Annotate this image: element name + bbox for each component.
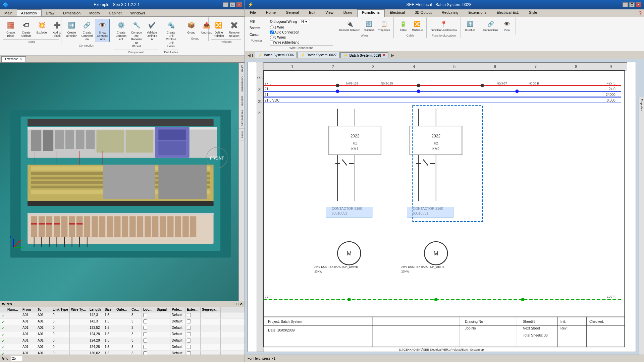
batch-tab-0006[interactable]: ⚡ Batch System: 0006 xyxy=(255,52,297,58)
direction-button[interactable]: ⬆️ Direction xyxy=(464,18,477,33)
tab-home[interactable]: Home xyxy=(261,9,281,17)
tab-cabinet[interactable]: Cabinet xyxy=(105,9,126,16)
numbers-button[interactable]: 🔢 Numbers xyxy=(362,18,376,33)
show-connections-button[interactable]: 👁️ Show Connections xyxy=(95,19,110,42)
tab-assembly[interactable]: Assembly xyxy=(17,9,42,16)
orthogonal-wiring-dropdown[interactable]: N ▼ xyxy=(300,19,310,24)
tab-view[interactable]: View xyxy=(320,9,338,17)
3d-viewport[interactable]: FRONT x y z Winds Components Explorer xyxy=(0,63,245,301)
wire-rubberband-check[interactable] xyxy=(270,41,274,44)
auto-connection-check[interactable] xyxy=(270,31,274,34)
create-drill-button[interactable]: 🔩 Create Drill Contour Drill Holes xyxy=(163,19,179,49)
create-direction-button[interactable]: ➡️ Create Direction xyxy=(64,19,79,39)
create-component-button[interactable]: ⚙️ Create Component xyxy=(114,19,128,42)
tab-extensions[interactable]: Extensions xyxy=(463,9,491,17)
nav-arrow-left[interactable]: ◀ xyxy=(246,53,252,58)
tab-draw[interactable]: Draw xyxy=(338,9,357,17)
wire-connections-group-label: Wire Connections xyxy=(270,45,333,50)
wires-maximize-btn[interactable]: □ xyxy=(236,302,238,306)
create-block-button[interactable]: 🧱 Create Block xyxy=(3,19,18,39)
multicore-button[interactable]: 🔀 Multicore xyxy=(411,18,424,33)
cable-button[interactable]: 🔋 Cable xyxy=(396,18,410,33)
wire-1-option[interactable]: 1 Wire xyxy=(270,25,284,29)
group-button[interactable]: 📦 Group xyxy=(184,19,199,35)
locked-check-7[interactable] xyxy=(143,351,147,355)
batch-tab-0028[interactable]: ⚡ Batch System: 0028 ✕ xyxy=(340,52,389,58)
properties-button[interactable]: 📋 Properties xyxy=(377,18,391,33)
filters-tab[interactable]: Filters xyxy=(239,129,245,140)
schematic-canvas[interactable]: 1 2 3 4 5 6 7 8 9 27.5 21 21 21 xyxy=(248,62,636,352)
tab-general[interactable]: General xyxy=(281,9,304,17)
wires-scroll-area[interactable]: ✓ A01 A01 0 142,3 1,5 3 Default ✓ A01 xyxy=(0,312,245,355)
close-btn-left[interactable]: ✕ xyxy=(236,2,242,7)
external-check-4[interactable] xyxy=(187,332,191,336)
locked-check-4[interactable] xyxy=(143,332,147,336)
tab-style[interactable]: Style xyxy=(524,9,542,17)
locked-check-5[interactable] xyxy=(143,339,147,343)
doc-tab-exemple-close[interactable]: ✕ xyxy=(19,57,22,61)
maximize-btn-left[interactable]: □ xyxy=(230,2,235,7)
locked-check-3[interactable] xyxy=(143,326,147,330)
tab-functions[interactable]: Functions xyxy=(357,9,385,17)
tab-electrical-ext[interactable]: Electrical Ext. xyxy=(491,9,524,17)
nav-arrow-right[interactable]: ▶ xyxy=(390,53,395,58)
view-button[interactable]: 👁️ View xyxy=(500,18,514,33)
bottom-button[interactable]: Bottom xyxy=(248,25,265,31)
auto-connection-option[interactable]: Auto Connection xyxy=(270,31,299,34)
properties-tab-sidebar[interactable]: Properties xyxy=(639,97,644,113)
minimize-btn-right[interactable]: ─ xyxy=(623,2,628,7)
cursor-button[interactable]: Cursor xyxy=(248,32,265,38)
doc-tab-exemple[interactable]: Exemple ✕ xyxy=(1,56,26,62)
connections-button[interactable]: 🔗 Connections xyxy=(482,18,499,33)
remove-relation-button[interactable]: ✖️ Remove Relation xyxy=(227,19,241,39)
winds-tab[interactable]: Winds xyxy=(239,63,245,74)
define-relation-button[interactable]: 🔀 Define Relation xyxy=(211,19,226,39)
validate-definition-button[interactable]: ✔️ Validate Definition xyxy=(145,19,159,42)
tab-redlining[interactable]: RedLining xyxy=(437,9,464,17)
function-location-box-button[interactable]: 📍 Function/Location Box xyxy=(429,18,459,33)
tab-3d-output[interactable]: 3D Output xyxy=(410,9,437,17)
wire-rubberband-option[interactable]: Wire rubberband xyxy=(270,41,299,44)
tab-file[interactable]: File xyxy=(245,9,261,17)
external-check-6[interactable] xyxy=(187,345,191,349)
grid-value-input[interactable] xyxy=(11,356,23,361)
create-attribute-button[interactable]: 🏷 Create Attribute xyxy=(19,19,34,39)
external-check-1[interactable] xyxy=(187,313,191,317)
batch-tab-0028-close[interactable]: ✕ xyxy=(382,53,385,58)
components-tab[interactable]: Components xyxy=(239,74,245,94)
schematic-area[interactable]: Properties 1 2 3 4 5 6 7 8 9 xyxy=(245,59,644,355)
locked-check-2[interactable] xyxy=(143,319,147,323)
potential-top-row: Top xyxy=(248,18,265,24)
restore-btn-right[interactable]: ❐ xyxy=(629,2,635,7)
minimize-btn-left[interactable]: ─ xyxy=(223,2,228,7)
tab-main[interactable]: Main xyxy=(0,9,17,16)
property-card-tab[interactable]: PropertyCard xyxy=(239,108,245,129)
tab-electrical[interactable]: Electrical xyxy=(385,9,410,17)
top-button[interactable]: Top xyxy=(248,18,265,24)
create-connection-button[interactable]: 🔗 Create Connection xyxy=(79,19,94,42)
external-check-2[interactable] xyxy=(187,319,191,323)
locked-check-6[interactable] xyxy=(143,345,147,349)
tab-edit[interactable]: Edit xyxy=(304,9,320,17)
tab-modify[interactable]: Modify xyxy=(85,9,104,16)
explode-button[interactable]: 💥 Explode xyxy=(34,19,49,35)
connect-between-button[interactable]: 🔌 Connect Between xyxy=(338,18,362,33)
batch-tab-0027[interactable]: ⚡ Batch System: 0027 xyxy=(298,52,340,58)
tab-draw[interactable]: Draw xyxy=(42,9,59,16)
wire-3-option[interactable]: 3 Wires xyxy=(270,36,286,39)
wire-3-radio[interactable] xyxy=(270,36,274,39)
external-check-3[interactable] xyxy=(187,326,191,330)
tab-dimension[interactable]: Dimension xyxy=(59,9,85,16)
properties-icon: 📋 xyxy=(379,19,389,28)
explorer-tab[interactable]: Explorer xyxy=(239,94,245,109)
close-btn-right[interactable]: ✕ xyxy=(636,2,641,7)
component-wizard-button[interactable]: 🔧 Component Generation Wizard xyxy=(129,19,144,49)
wires-close-btn[interactable]: ✕ xyxy=(240,302,243,306)
wires-minimize-btn[interactable]: ─ xyxy=(233,302,235,306)
locked-check-1[interactable] xyxy=(143,313,147,317)
wire-1-radio[interactable] xyxy=(270,25,274,29)
external-check-5[interactable] xyxy=(187,339,191,343)
tab-windows[interactable]: Windows xyxy=(126,9,150,16)
help-icon[interactable]: ❓ xyxy=(637,9,644,17)
external-check-7[interactable] xyxy=(187,351,191,355)
